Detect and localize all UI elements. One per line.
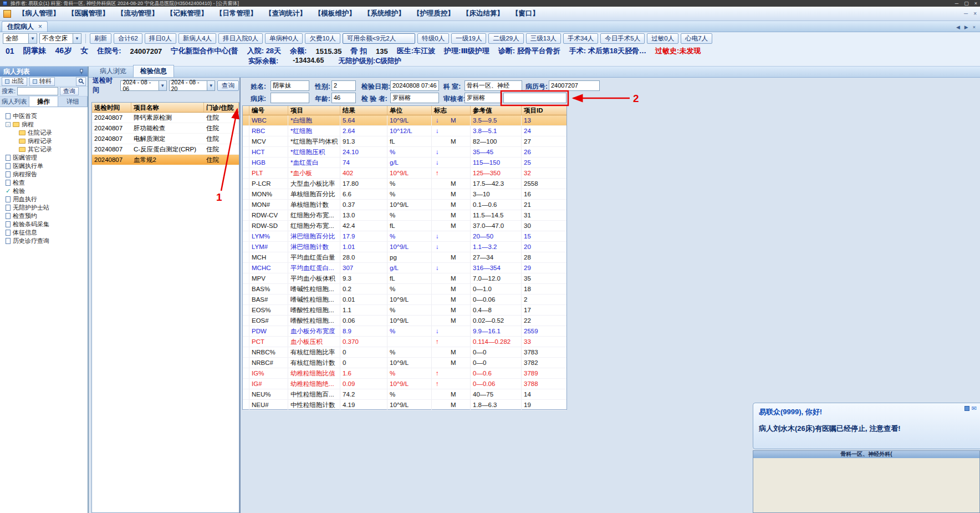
column-header[interactable] xyxy=(243,106,249,115)
sidebar-tree-item[interactable]: 病程报告 xyxy=(0,170,88,179)
toolbar-button[interactable]: 刷新 xyxy=(90,33,111,44)
date-from-select[interactable]: 2024 - 08 - 06 ▼ xyxy=(120,80,166,91)
toolbar-button[interactable]: 单病种0人 xyxy=(265,33,303,44)
sidebar-query-button[interactable]: 查询 xyxy=(60,87,79,95)
lab-date-field[interactable]: 20240808 07:46 xyxy=(390,80,439,91)
sidebar-tree-item[interactable]: -病程 xyxy=(0,120,88,129)
date-to-select[interactable]: 2024 - 08 - 20 ▼ xyxy=(169,80,215,91)
result-row[interactable]: P-LCR大型血小板比率17.80%M17.5—42.32558 xyxy=(243,179,566,189)
result-row[interactable]: LYM#淋巴细胞计数1.0110^9/L↓1.1—3.220 xyxy=(243,242,566,252)
pin-icon[interactable] xyxy=(79,69,84,74)
chevron-down-icon[interactable]: ▼ xyxy=(207,81,215,90)
column-header[interactable]: 结果 xyxy=(340,106,387,115)
bed-field[interactable] xyxy=(270,93,309,103)
empty-highlighted-field[interactable] xyxy=(503,93,566,103)
chevron-down-icon[interactable]: ▼ xyxy=(159,81,166,90)
tab-lab-info[interactable]: 检验信息 xyxy=(133,65,174,77)
sidebar-tree-item[interactable]: 检查 xyxy=(0,179,88,187)
sidebar-tree-item[interactable]: 检查预约 xyxy=(0,212,88,220)
result-row[interactable]: BAS%嗜碱性粒细胞...0.2%M0—1.018 xyxy=(243,284,566,294)
toolbar-button[interactable]: 三级13人 xyxy=(526,33,561,44)
result-row[interactable]: MON%单核细胞百分比6.6%M3—1016 xyxy=(243,189,566,200)
menu-item[interactable]: 【护理质控】 xyxy=(409,7,458,20)
sidebar-tree-item[interactable]: 住院记录 xyxy=(0,129,88,137)
sex-field[interactable]: 2 xyxy=(331,80,356,91)
mdi-close-icon[interactable]: × xyxy=(973,11,977,17)
column-header[interactable]: 标志 xyxy=(432,106,471,115)
toolbar-button[interactable]: 手术34人 xyxy=(563,33,598,44)
column-header[interactable]: 编号 xyxy=(249,106,288,115)
close-icon[interactable]: × xyxy=(974,1,977,6)
envelope-icon[interactable]: ✉ xyxy=(972,405,977,412)
sidebar-tree-item[interactable]: 用血执行 xyxy=(0,195,88,204)
sidebar-tree-item[interactable]: 检验条码采集 xyxy=(0,220,88,228)
popup-window-icon[interactable] xyxy=(964,406,969,411)
search-icon[interactable] xyxy=(76,77,86,86)
menu-item[interactable]: 【医嘱管理】 xyxy=(64,7,113,20)
mdi-minimize-icon[interactable]: ─ xyxy=(964,11,968,17)
sidebar-tree-item[interactable]: 病程记录 xyxy=(0,137,88,145)
menu-item[interactable]: 【病人管理】 xyxy=(14,7,64,20)
tab-detail[interactable]: 详细 xyxy=(58,96,88,106)
result-row[interactable]: MCH平均血红蛋白量28.0pgM27—3428 xyxy=(243,252,566,263)
dept-field[interactable]: 骨科一区、神经 xyxy=(465,80,522,91)
sidebar-tree-item[interactable]: ✓检验 xyxy=(0,187,88,195)
maximize-icon[interactable]: ▢ xyxy=(964,1,969,6)
column-header[interactable]: 送检时间 xyxy=(92,103,131,112)
toolbar-button[interactable]: 二级29人 xyxy=(488,33,523,44)
name-field[interactable]: 阴掌妹 xyxy=(270,80,309,91)
result-row[interactable]: LYM%淋巴细胞百分比17.9%↓20—5015 xyxy=(243,231,566,242)
sidebar-tree-item[interactable]: 医嘱执行单 xyxy=(0,162,88,170)
result-row[interactable]: BAS#嗜碱性粒细胞...0.0110^9/LM0—0.062 xyxy=(243,294,566,305)
toolbar-button[interactable]: 过敏0人 xyxy=(647,33,678,44)
search-input[interactable] xyxy=(17,87,58,95)
result-row[interactable]: RBC*红细胞2.6410^12/L↓3.8—5.124 xyxy=(243,126,566,136)
tab-patient-list[interactable]: 病人列表 xyxy=(0,96,29,106)
lab-request-row[interactable]: 20240807降钙素原检测住院 xyxy=(92,113,239,123)
nav-left-icon[interactable]: ◀ xyxy=(956,24,960,30)
expand-icon[interactable]: - xyxy=(6,122,11,127)
sidebar-tree-item[interactable]: 无陪护护士站 xyxy=(0,204,88,212)
vertical-splitter[interactable] xyxy=(239,78,241,513)
result-row[interactable]: HGB*血红蛋白74g/L↓115—15025 xyxy=(243,158,566,168)
result-row[interactable]: NEU#中性粒细胞计数4.1910^9/LM1.8—6.319 xyxy=(243,400,566,410)
discharge-button[interactable]: 出院 xyxy=(2,77,27,86)
menu-item[interactable]: 【模板维护】 xyxy=(310,7,360,20)
tab-inpatient[interactable]: 住院病人 × xyxy=(2,21,48,32)
tab-operations[interactable]: 操作 xyxy=(29,96,59,106)
nav-right-icon[interactable]: ▶ xyxy=(964,24,968,30)
tabstrip-close-icon[interactable]: × xyxy=(973,24,976,30)
sidebar-tree-item[interactable]: 其它记录 xyxy=(0,145,88,154)
bed-filter-select[interactable]: 不含空床 ▼ xyxy=(39,33,81,44)
toolbar-button[interactable]: 一级19人 xyxy=(451,33,486,44)
result-row[interactable]: IG%幼稚粒细胞比值1.6%↑0—0.63789 xyxy=(243,368,566,379)
toolbar-button[interactable]: 特级0人 xyxy=(417,33,449,44)
toolbar-button[interactable]: 可用余额<9元2人 xyxy=(343,33,416,44)
menu-item[interactable]: 【床边结算】 xyxy=(458,7,508,20)
lab-request-row[interactable]: 20240807电解质测定住院 xyxy=(92,134,239,144)
notification-popup[interactable]: ✉ 易联众(9999), 你好! 病人刘水木(26床)有医嘱已经停止, 注意查看… xyxy=(753,403,980,449)
chevron-down-icon[interactable]: ▼ xyxy=(28,34,37,43)
toolbar-button[interactable]: 择日入院0人 xyxy=(218,33,263,44)
transfer-button[interactable]: 转科 xyxy=(29,77,55,86)
column-header[interactable]: 单位 xyxy=(387,106,432,115)
result-row[interactable]: NRBC#有核红细胞计数010^9/LM0—03782 xyxy=(243,358,566,368)
lab-request-row[interactable]: 20240807肝功能检查住院 xyxy=(92,123,239,134)
result-row[interactable]: RDW-CV红细胞分布宽...13.0%M11.5—14.531 xyxy=(243,210,566,221)
menu-item[interactable]: 【窗口】 xyxy=(508,7,543,20)
sidebar-tree-item[interactable]: 历史诊疗查询 xyxy=(0,237,88,245)
mrn-field[interactable]: 24007207 xyxy=(549,80,600,91)
chevron-down-icon[interactable]: ▼ xyxy=(73,34,81,43)
result-row[interactable]: MCHC平均血红蛋白...307g/L↓316—35429 xyxy=(243,263,566,273)
age-field[interactable]: 46 xyxy=(331,93,356,103)
result-row[interactable]: RDW-SD红细胞分布宽...42.4fLM37.0—47.030 xyxy=(243,221,566,231)
sidebar-tree-item[interactable]: 中医首页 xyxy=(0,112,88,120)
toolbar-button[interactable]: 心电7人 xyxy=(681,33,712,44)
sidebar-tree-item[interactable]: 体征信息 xyxy=(0,228,88,237)
column-header[interactable]: 参考值 xyxy=(471,106,522,115)
result-row[interactable]: MON#单核细胞计数0.3710^9/LM0.1—0.621 xyxy=(243,200,566,210)
toolbar-button[interactable]: 择日0人 xyxy=(145,33,176,44)
column-header[interactable]: 项目 xyxy=(288,106,340,115)
auditor-field[interactable]: 罗丽榕 xyxy=(465,93,502,103)
tab-patient-browse[interactable]: 病人浏览 xyxy=(93,65,133,77)
